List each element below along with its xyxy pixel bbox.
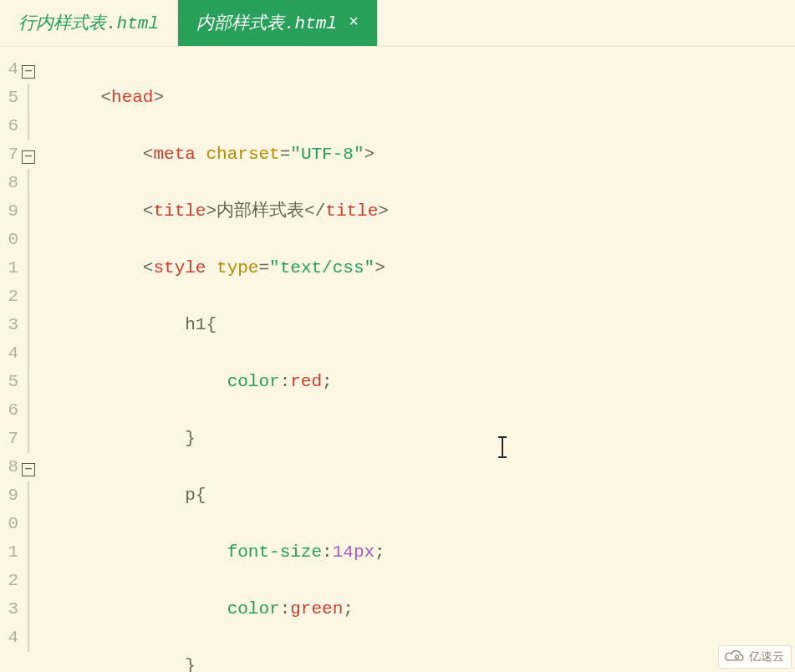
code-line: } — [59, 425, 795, 453]
code-editor[interactable]: 4 5 6 7 8 9 0 1 2 3 4 5 6 7 8 9 0 1 2 3 … — [0, 47, 795, 672]
fold-guide — [28, 624, 29, 652]
code-line: font-size:14px; — [59, 538, 795, 567]
code-line: p{ — [59, 481, 795, 510]
line-number: 3 — [0, 595, 18, 624]
fold-guide — [28, 112, 29, 140]
fold-guide — [28, 283, 29, 311]
fold-guide — [28, 169, 29, 197]
fold-guide — [28, 595, 29, 624]
line-number-gutter: 4 5 6 7 8 9 0 1 2 3 4 5 6 7 8 9 0 1 2 3 … — [0, 47, 18, 672]
line-number: 0 — [0, 510, 18, 538]
line-number: 9 — [0, 481, 18, 510]
line-number: 1 — [0, 254, 18, 283]
line-number: 8 — [0, 453, 18, 481]
fold-guide — [28, 254, 29, 283]
line-number: 5 — [0, 368, 18, 396]
code-line: h1{ — [59, 311, 795, 339]
code-area[interactable]: <head> <meta charset="UTF-8"> <title>内部样… — [43, 47, 795, 672]
fold-guide — [28, 425, 29, 453]
watermark-badge: 亿速云 — [718, 645, 792, 669]
svg-point-0 — [736, 655, 739, 659]
fold-guide — [28, 538, 29, 567]
fold-guide — [28, 368, 29, 396]
watermark-text: 亿速云 — [749, 649, 784, 664]
cloud-icon — [724, 650, 746, 664]
tab-inline-style[interactable]: 行内样式表.html — [0, 0, 178, 46]
code-line: <title>内部样式表</title> — [59, 197, 795, 226]
fold-guide — [28, 311, 29, 339]
code-line: <style type="text/css"> — [59, 254, 795, 283]
line-number: 4 — [0, 339, 18, 368]
code-line: color:red; — [59, 368, 795, 396]
fold-toggle-icon[interactable]: − — [22, 65, 35, 79]
line-number: 1 — [0, 538, 18, 567]
close-icon[interactable]: × — [349, 14, 359, 31]
fold-guide — [28, 197, 29, 226]
fold-guide — [28, 510, 29, 538]
line-number: 2 — [0, 567, 18, 595]
code-line: <meta charset="UTF-8"> — [59, 140, 795, 169]
line-number: 8 — [0, 169, 18, 197]
fold-guide — [28, 567, 29, 595]
fold-guide — [28, 481, 29, 510]
line-number: 4 — [0, 624, 18, 652]
tab-internal-style[interactable]: 内部样式表.html × — [178, 0, 378, 46]
line-number: 3 — [0, 311, 18, 339]
line-number: 2 — [0, 283, 18, 311]
line-number: 7 — [0, 140, 18, 169]
fold-guide — [28, 84, 29, 112]
line-number: 5 — [0, 84, 18, 112]
code-line: <head> — [59, 84, 795, 112]
line-number: 7 — [0, 425, 18, 453]
tab-label: 内部样式表.html — [196, 11, 337, 34]
tab-label: 行内样式表.html — [18, 11, 159, 34]
line-number: 6 — [0, 396, 18, 425]
fold-guide — [28, 226, 29, 254]
line-number: 9 — [0, 197, 18, 226]
fold-guide — [28, 396, 29, 425]
text-cursor-icon — [502, 436, 503, 458]
code-line: } — [59, 652, 795, 672]
line-number: 0 — [0, 226, 18, 254]
line-number: 6 — [0, 112, 18, 140]
fold-toggle-icon[interactable]: − — [22, 463, 35, 476]
line-number: 4 — [0, 55, 18, 84]
fold-guide — [28, 339, 29, 368]
tab-bar: 行内样式表.html 内部样式表.html × — [0, 0, 795, 47]
code-line: color:green; — [59, 595, 795, 624]
fold-gutter: − − − — [18, 47, 43, 672]
fold-toggle-icon[interactable]: − — [22, 150, 35, 164]
